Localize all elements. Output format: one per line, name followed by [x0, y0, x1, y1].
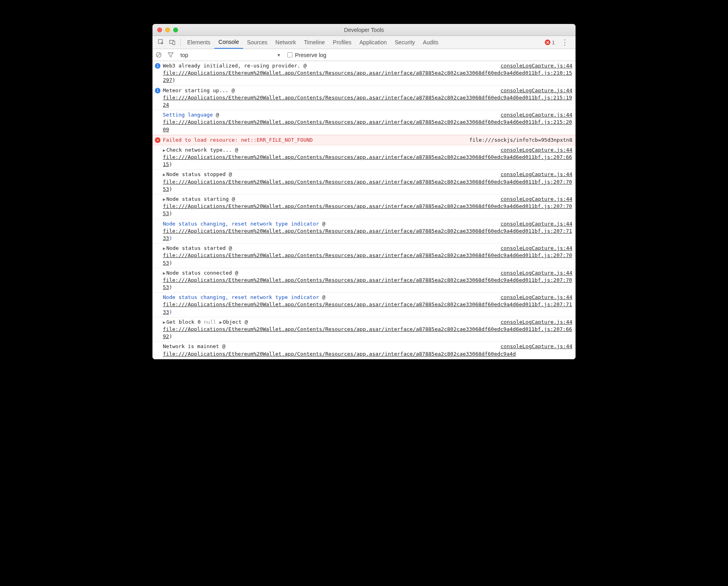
- source-link[interactable]: consoleLogCapture.js:44: [500, 319, 572, 326]
- device-icon[interactable]: [167, 37, 178, 48]
- toolbar-separator: [180, 38, 181, 46]
- source-link[interactable]: consoleLogCapture.js:44: [500, 294, 572, 301]
- context-selector[interactable]: top ▼: [180, 52, 283, 58]
- tab-profiles[interactable]: Profiles: [329, 36, 356, 49]
- info-icon: i: [155, 88, 160, 93]
- clear-console-icon[interactable]: [156, 52, 164, 58]
- tab-application[interactable]: Application: [356, 36, 391, 49]
- file-link[interactable]: file:///Applications/Ethereum%20Wallet.a…: [163, 154, 572, 167]
- tab-audits[interactable]: Audits: [419, 36, 443, 49]
- expand-icon[interactable]: ▶: [163, 319, 166, 325]
- source-link[interactable]: consoleLogCapture.js:44: [500, 220, 572, 228]
- trailing-paren: ): [169, 333, 172, 339]
- file-link[interactable]: file:///Applications/Ethereum%20Wallet.a…: [163, 277, 572, 290]
- console-row: consoleLogCapture.js:44▶Node status conn…: [152, 268, 576, 293]
- file-link[interactable]: file:///Applications/Ethereum%20Wallet.a…: [163, 301, 572, 315]
- svg-line-4: [157, 53, 160, 57]
- expand-icon[interactable]: ▶: [163, 196, 166, 202]
- console-row: consoleLogCapture.js:44Setting language …: [152, 110, 576, 135]
- file-link[interactable]: file:///Applications/Ethereum%20Wallet.a…: [163, 228, 572, 241]
- trailing-paren: ): [169, 161, 172, 167]
- tab-security[interactable]: Security: [391, 36, 419, 49]
- expand-icon[interactable]: ▶: [163, 245, 166, 251]
- console-row: consoleLogCapture.js:44Node status chang…: [152, 293, 576, 317]
- context-label: top: [180, 52, 188, 58]
- console-message: Setting language @: [163, 112, 219, 118]
- expand-icon[interactable]: ▶: [163, 147, 166, 153]
- console-message: ▶Check network type... @: [163, 147, 238, 153]
- source-link[interactable]: consoleLogCapture.js:44: [500, 171, 572, 178]
- error-icon: ✕: [545, 40, 550, 45]
- info-icon: i: [155, 63, 160, 69]
- minimize-dot[interactable]: [165, 28, 170, 32]
- source-link[interactable]: consoleLogCapture.js:44: [500, 196, 572, 203]
- console-row: iconsoleLogCapture.js:44Meteor starting …: [152, 86, 576, 111]
- preserve-log-label: Preserve log: [295, 52, 326, 58]
- tab-sources[interactable]: Sources: [243, 36, 271, 49]
- filter-icon[interactable]: [168, 52, 176, 58]
- more-icon[interactable]: ⋮: [560, 38, 570, 47]
- tab-network[interactable]: Network: [271, 36, 300, 49]
- trailing-paren: ): [169, 210, 172, 216]
- source-link[interactable]: consoleLogCapture.js:44: [500, 245, 572, 252]
- svg-rect-2: [173, 41, 175, 45]
- console-message: Web3 already initialized, re-using provi…: [163, 63, 307, 69]
- tab-elements[interactable]: Elements: [183, 36, 214, 49]
- file-link[interactable]: file:///Applications/Ethereum%20Wallet.a…: [163, 252, 572, 265]
- source-link[interactable]: consoleLogCapture.js:44: [500, 269, 572, 277]
- preserve-log-checkbox[interactable]: Preserve log: [287, 52, 326, 58]
- expand-icon[interactable]: ▶: [220, 319, 222, 325]
- console-row: consoleLogCapture.js:44▶Node status stop…: [152, 170, 576, 194]
- file-link[interactable]: file:///Applications/Ethereum%20Wallet.a…: [163, 95, 572, 108]
- source-link[interactable]: consoleLogCapture.js:44: [500, 111, 572, 119]
- window-title: Developer Tools: [152, 27, 576, 33]
- error-icon: ✕: [155, 137, 160, 143]
- console-toolbar: top ▼ Preserve log: [152, 49, 576, 61]
- expand-icon[interactable]: ▶: [163, 172, 166, 178]
- trailing-paren: ): [169, 284, 172, 290]
- console-message: Node status changing, reset network type…: [163, 221, 325, 227]
- console-message: Network is mainnet @: [163, 343, 226, 349]
- console-row: consoleLogCapture.js:44Network is mainne…: [152, 342, 576, 359]
- close-dot[interactable]: [157, 28, 162, 32]
- checkbox-icon: [287, 52, 293, 57]
- source-link[interactable]: consoleLogCapture.js:44: [500, 87, 572, 94]
- trailing-paren: ): [169, 260, 172, 266]
- error-count-badge[interactable]: ✕ 1: [545, 40, 555, 46]
- file-link[interactable]: file:///Applications/Ethereum%20Wallet.a…: [163, 179, 572, 192]
- console-message: ▶Node status stopped @: [163, 171, 232, 177]
- tab-timeline[interactable]: Timeline: [300, 36, 328, 49]
- file-link[interactable]: file:///Applications/Ethereum%20Wallet.a…: [163, 119, 572, 132]
- trailing-paren: ): [172, 77, 175, 83]
- console-message: ▶Node status starting @: [163, 196, 235, 202]
- zoom-dot[interactable]: [173, 28, 178, 32]
- object-label[interactable]: Object: [223, 319, 241, 325]
- console-message: ▶Node status connected @: [163, 270, 238, 276]
- console-message: Node status changing, reset network type…: [163, 294, 325, 300]
- trailing-paren: ): [169, 186, 172, 192]
- source-link[interactable]: consoleLogCapture.js:44: [500, 62, 572, 69]
- null-value: null: [204, 319, 216, 325]
- console-row: consoleLogCapture.js:44▶Node status star…: [152, 244, 576, 268]
- file-link[interactable]: file:///Applications/Ethereum%20Wallet.a…: [163, 70, 572, 83]
- console-row: ✕file:///sockjs/info?cb=95d3npxtn8Failed…: [152, 135, 576, 145]
- tab-console[interactable]: Console: [214, 36, 243, 49]
- source-link[interactable]: consoleLogCapture.js:44: [500, 343, 572, 350]
- source-link[interactable]: consoleLogCapture.js:44: [500, 146, 572, 154]
- file-link[interactable]: file:///Applications/Ethereum%20Wallet.a…: [163, 203, 572, 216]
- file-link[interactable]: file:///Applications/Ethereum%20Wallet.a…: [163, 351, 516, 357]
- trailing-paren: ): [169, 309, 172, 315]
- console-row: consoleLogCapture.js:44Node status chang…: [152, 219, 576, 244]
- console-output: iconsoleLogCapture.js:44Web3 already ini…: [152, 61, 576, 359]
- error-url[interactable]: file:///sockjs/info?cb=95d3npxtn8: [469, 137, 572, 144]
- console-row: iconsoleLogCapture.js:44Web3 already ini…: [152, 61, 576, 86]
- expand-icon[interactable]: ▶: [163, 270, 166, 276]
- devtools-window: Developer Tools ElementsConsoleSourcesNe…: [152, 24, 576, 359]
- trailing-paren: ): [169, 235, 172, 241]
- console-message: ▶Get block 0 null ▶Object @: [163, 319, 248, 325]
- inspect-icon[interactable]: [156, 37, 167, 48]
- file-link[interactable]: file:///Applications/Ethereum%20Wallet.a…: [163, 326, 572, 339]
- console-row: consoleLogCapture.js:44▶Check network ty…: [152, 145, 576, 170]
- console-message: Meteor starting up... @: [163, 87, 235, 93]
- console-message: ▶Node status started @: [163, 245, 232, 251]
